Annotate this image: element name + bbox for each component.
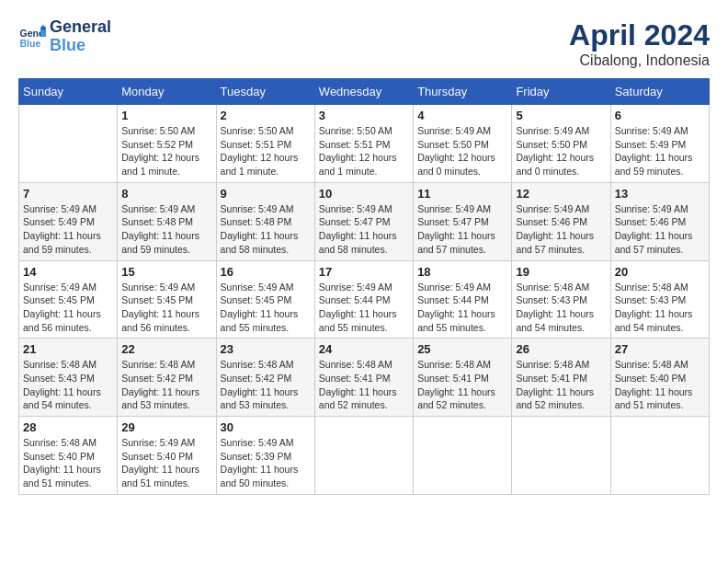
calendar-cell — [314, 417, 413, 495]
day-number: 8 — [121, 187, 211, 201]
day-info: Sunrise: 5:49 AMSunset: 5:44 PMDaylight:… — [319, 281, 409, 335]
day-number: 28 — [23, 420, 113, 434]
day-number: 21 — [23, 342, 113, 356]
calendar-cell: 27Sunrise: 5:48 AMSunset: 5:40 PMDayligh… — [610, 339, 709, 417]
week-row-5: 28Sunrise: 5:48 AMSunset: 5:40 PMDayligh… — [19, 417, 710, 495]
day-number: 6 — [615, 109, 705, 122]
header-row: SundayMondayTuesdayWednesdayThursdayFrid… — [19, 79, 710, 105]
header-friday: Friday — [512, 79, 610, 105]
location: Cibalong, Indonesia — [569, 52, 710, 69]
day-info: Sunrise: 5:50 AMSunset: 5:51 PMDaylight:… — [221, 124, 311, 178]
calendar-cell: 30Sunrise: 5:49 AMSunset: 5:39 PMDayligh… — [216, 417, 314, 495]
day-number: 26 — [516, 342, 606, 356]
day-info: Sunrise: 5:49 AMSunset: 5:49 PMDaylight:… — [615, 124, 705, 178]
day-info: Sunrise: 5:49 AMSunset: 5:47 PMDaylight:… — [319, 202, 409, 257]
calendar-cell — [19, 105, 118, 183]
calendar-cell: 18Sunrise: 5:49 AMSunset: 5:44 PMDayligh… — [414, 260, 512, 339]
calendar-cell — [610, 417, 709, 495]
day-number: 4 — [417, 109, 507, 122]
day-info: Sunrise: 5:49 AMSunset: 5:50 PMDaylight:… — [417, 124, 507, 178]
day-number: 22 — [121, 342, 211, 356]
day-info: Sunrise: 5:48 AMSunset: 5:43 PMDaylight:… — [23, 358, 113, 412]
day-info: Sunrise: 5:50 AMSunset: 5:51 PMDaylight:… — [319, 124, 409, 178]
week-row-4: 21Sunrise: 5:48 AMSunset: 5:43 PMDayligh… — [19, 339, 710, 417]
calendar-cell: 10Sunrise: 5:49 AMSunset: 5:47 PMDayligh… — [314, 182, 413, 260]
day-info: Sunrise: 5:48 AMSunset: 5:43 PMDaylight:… — [516, 281, 606, 335]
day-number: 16 — [221, 265, 311, 279]
calendar-cell: 13Sunrise: 5:49 AMSunset: 5:46 PMDayligh… — [610, 182, 709, 260]
calendar-cell: 16Sunrise: 5:49 AMSunset: 5:45 PMDayligh… — [216, 260, 314, 339]
calendar-cell: 20Sunrise: 5:48 AMSunset: 5:43 PMDayligh… — [610, 260, 709, 339]
day-number: 3 — [319, 109, 409, 122]
day-number: 24 — [319, 342, 409, 356]
calendar-cell: 4Sunrise: 5:49 AMSunset: 5:50 PMDaylight… — [414, 105, 512, 183]
day-number: 12 — [516, 187, 606, 201]
calendar-cell: 28Sunrise: 5:48 AMSunset: 5:40 PMDayligh… — [19, 417, 118, 495]
calendar-cell: 9Sunrise: 5:49 AMSunset: 5:48 PMDaylight… — [216, 182, 314, 260]
calendar-cell — [512, 417, 610, 495]
day-number: 5 — [516, 109, 606, 122]
header-tuesday: Tuesday — [216, 79, 314, 105]
day-number: 14 — [23, 265, 113, 279]
day-info: Sunrise: 5:49 AMSunset: 5:48 PMDaylight:… — [121, 202, 211, 257]
day-info: Sunrise: 5:49 AMSunset: 5:50 PMDaylight:… — [516, 124, 606, 178]
calendar-cell: 14Sunrise: 5:49 AMSunset: 5:45 PMDayligh… — [19, 260, 118, 339]
day-info: Sunrise: 5:50 AMSunset: 5:52 PMDaylight:… — [121, 124, 211, 178]
day-info: Sunrise: 5:49 AMSunset: 5:45 PMDaylight:… — [221, 281, 311, 335]
week-row-3: 14Sunrise: 5:49 AMSunset: 5:45 PMDayligh… — [19, 260, 710, 339]
header-monday: Monday — [118, 79, 216, 105]
day-info: Sunrise: 5:49 AMSunset: 5:40 PMDaylight:… — [121, 436, 211, 490]
calendar-cell: 24Sunrise: 5:48 AMSunset: 5:41 PMDayligh… — [314, 339, 413, 417]
calendar-cell: 7Sunrise: 5:49 AMSunset: 5:49 PMDaylight… — [19, 182, 118, 260]
day-info: Sunrise: 5:49 AMSunset: 5:45 PMDaylight:… — [121, 281, 211, 335]
day-number: 15 — [121, 265, 211, 279]
day-number: 19 — [516, 265, 606, 279]
header-sunday: Sunday — [19, 79, 118, 105]
day-info: Sunrise: 5:49 AMSunset: 5:46 PMDaylight:… — [615, 202, 705, 257]
calendar-table: SundayMondayTuesdayWednesdayThursdayFrid… — [18, 78, 710, 495]
calendar-cell: 23Sunrise: 5:48 AMSunset: 5:42 PMDayligh… — [216, 339, 314, 417]
calendar-cell: 29Sunrise: 5:49 AMSunset: 5:40 PMDayligh… — [118, 417, 216, 495]
calendar-cell: 1Sunrise: 5:50 AMSunset: 5:52 PMDaylight… — [118, 105, 216, 183]
calendar-cell: 2Sunrise: 5:50 AMSunset: 5:51 PMDaylight… — [216, 105, 314, 183]
header-thursday: Thursday — [414, 79, 512, 105]
day-info: Sunrise: 5:48 AMSunset: 5:42 PMDaylight:… — [221, 358, 311, 412]
day-info: Sunrise: 5:49 AMSunset: 5:49 PMDaylight:… — [23, 202, 113, 257]
day-number: 13 — [615, 187, 705, 201]
day-number: 25 — [417, 342, 507, 356]
day-info: Sunrise: 5:48 AMSunset: 5:41 PMDaylight:… — [319, 358, 409, 412]
day-number: 7 — [23, 187, 113, 201]
calendar-cell: 5Sunrise: 5:49 AMSunset: 5:50 PMDaylight… — [512, 105, 610, 183]
page-header: General Blue General Blue April 2024 Cib… — [18, 18, 710, 69]
day-number: 11 — [417, 187, 507, 201]
day-info: Sunrise: 5:48 AMSunset: 5:40 PMDaylight:… — [23, 436, 113, 490]
calendar-cell: 11Sunrise: 5:49 AMSunset: 5:47 PMDayligh… — [414, 182, 512, 260]
day-number: 30 — [221, 420, 311, 434]
calendar-cell: 26Sunrise: 5:48 AMSunset: 5:41 PMDayligh… — [512, 339, 610, 417]
calendar-cell: 3Sunrise: 5:50 AMSunset: 5:51 PMDaylight… — [314, 105, 413, 183]
day-number: 20 — [615, 265, 705, 279]
svg-text:Blue: Blue — [20, 37, 41, 48]
day-number: 2 — [221, 109, 311, 122]
logo: General Blue General Blue — [18, 18, 111, 55]
title-area: April 2024 Cibalong, Indonesia — [569, 18, 710, 69]
day-info: Sunrise: 5:48 AMSunset: 5:41 PMDaylight:… — [417, 358, 507, 412]
day-info: Sunrise: 5:48 AMSunset: 5:41 PMDaylight:… — [516, 358, 606, 412]
calendar-cell: 17Sunrise: 5:49 AMSunset: 5:44 PMDayligh… — [314, 260, 413, 339]
calendar-cell: 6Sunrise: 5:49 AMSunset: 5:49 PMDaylight… — [610, 105, 709, 183]
day-number: 23 — [221, 342, 311, 356]
day-info: Sunrise: 5:48 AMSunset: 5:43 PMDaylight:… — [615, 281, 705, 335]
calendar-cell: 19Sunrise: 5:48 AMSunset: 5:43 PMDayligh… — [512, 260, 610, 339]
calendar-cell — [414, 417, 512, 495]
calendar-cell: 8Sunrise: 5:49 AMSunset: 5:48 PMDaylight… — [118, 182, 216, 260]
day-number: 27 — [615, 342, 705, 356]
day-info: Sunrise: 5:49 AMSunset: 5:46 PMDaylight:… — [516, 202, 606, 257]
logo-line2: Blue — [50, 37, 111, 55]
logo-line1: General — [50, 18, 111, 37]
calendar-cell: 12Sunrise: 5:49 AMSunset: 5:46 PMDayligh… — [512, 182, 610, 260]
logo-icon: General Blue — [18, 23, 46, 51]
header-saturday: Saturday — [610, 79, 709, 105]
calendar-cell: 25Sunrise: 5:48 AMSunset: 5:41 PMDayligh… — [414, 339, 512, 417]
day-number: 18 — [417, 265, 507, 279]
header-wednesday: Wednesday — [314, 79, 413, 105]
